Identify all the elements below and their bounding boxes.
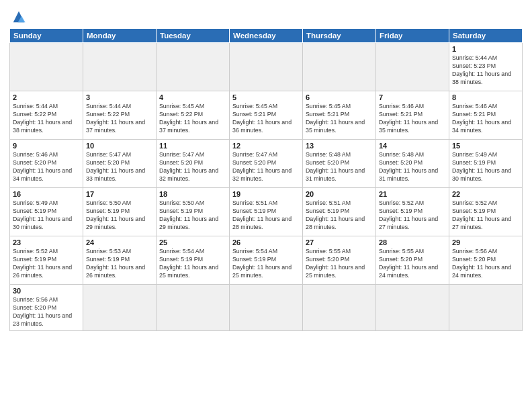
calendar-cell: 18Sunrise: 5:50 AMSunset: 5:19 PMDayligh… [157,188,230,236]
cell-info: Sunrise: 5:45 AMSunset: 5:21 PMDaylight:… [232,103,300,135]
calendar-week-5: 30Sunrise: 5:56 AMSunset: 5:20 PMDayligh… [10,285,523,331]
day-number: 28 [379,238,446,246]
cell-info: Sunrise: 5:45 AMSunset: 5:21 PMDaylight:… [306,103,373,135]
cell-info: Sunrise: 5:47 AMSunset: 5:20 PMDaylight:… [232,151,300,183]
cell-info: Sunrise: 5:44 AMSunset: 5:23 PMDaylight:… [452,54,519,87]
day-number: 23 [13,238,80,246]
cell-info: Sunrise: 5:55 AMSunset: 5:20 PMDaylight:… [379,248,446,280]
cell-info: Sunrise: 5:50 AMSunset: 5:19 PMDaylight:… [86,199,153,232]
calendar-cell: 7Sunrise: 5:46 AMSunset: 5:21 PMDaylight… [376,91,449,140]
calendar-cell [230,285,303,331]
day-number: 12 [232,142,300,150]
day-number: 27 [306,238,373,246]
calendar-cell: 29Sunrise: 5:56 AMSunset: 5:20 PMDayligh… [449,236,523,285]
calendar-cell [230,43,303,91]
cell-info: Sunrise: 5:56 AMSunset: 5:20 PMDaylight:… [452,248,519,280]
day-header-wednesday: Wednesday [230,29,303,43]
calendar-cell: 21Sunrise: 5:52 AMSunset: 5:19 PMDayligh… [376,188,449,236]
day-header-saturday: Saturday [449,29,523,43]
cell-info: Sunrise: 5:54 AMSunset: 5:19 PMDaylight:… [232,248,300,280]
calendar-cell [303,285,376,331]
cell-info: Sunrise: 5:48 AMSunset: 5:20 PMDaylight:… [306,151,373,183]
calendar-week-3: 16Sunrise: 5:49 AMSunset: 5:19 PMDayligh… [10,188,523,236]
calendar-cell: 17Sunrise: 5:50 AMSunset: 5:19 PMDayligh… [83,188,157,236]
day-number: 4 [159,93,226,101]
cell-info: Sunrise: 5:55 AMSunset: 5:20 PMDaylight:… [306,248,373,280]
cell-info: Sunrise: 5:44 AMSunset: 5:22 PMDaylight:… [13,103,80,135]
calendar-week-2: 9Sunrise: 5:46 AMSunset: 5:20 PMDaylight… [10,140,523,188]
cell-info: Sunrise: 5:45 AMSunset: 5:22 PMDaylight:… [159,103,226,135]
day-number: 10 [86,142,153,150]
day-number: 19 [232,190,300,198]
cell-info: Sunrise: 5:46 AMSunset: 5:20 PMDaylight:… [13,151,80,183]
cell-info: Sunrise: 5:53 AMSunset: 5:19 PMDaylight:… [86,248,153,280]
day-number: 15 [452,142,519,150]
day-number: 18 [159,190,226,198]
calendar-cell: 11Sunrise: 5:47 AMSunset: 5:20 PMDayligh… [157,140,230,188]
day-number: 2 [13,93,80,101]
calendar-cell: 4Sunrise: 5:45 AMSunset: 5:22 PMDaylight… [157,91,230,140]
calendar-week-0: 1Sunrise: 5:44 AMSunset: 5:23 PMDaylight… [10,43,523,91]
calendar-cell [83,285,157,331]
calendar-cell: 8Sunrise: 5:46 AMSunset: 5:21 PMDaylight… [449,91,523,140]
day-number: 29 [452,238,519,246]
day-header-tuesday: Tuesday [157,29,230,43]
calendar-cell [157,285,230,331]
day-header-sunday: Sunday [10,29,83,43]
cell-info: Sunrise: 5:44 AMSunset: 5:22 PMDaylight:… [86,103,153,135]
cell-info: Sunrise: 5:52 AMSunset: 5:19 PMDaylight:… [13,248,80,280]
calendar-cell [449,285,523,331]
day-number: 6 [306,93,373,101]
calendar-cell: 16Sunrise: 5:49 AMSunset: 5:19 PMDayligh… [10,188,83,236]
day-number: 30 [13,287,80,295]
cell-info: Sunrise: 5:49 AMSunset: 5:19 PMDaylight:… [13,199,80,232]
day-number: 14 [379,142,446,150]
page: SundayMondayTuesdayWednesdayThursdayFrid… [0,0,532,411]
calendar-cell: 14Sunrise: 5:48 AMSunset: 5:20 PMDayligh… [376,140,449,188]
cell-info: Sunrise: 5:54 AMSunset: 5:19 PMDaylight:… [159,248,226,280]
day-number: 26 [232,238,300,246]
day-number: 8 [452,93,519,101]
calendar-cell: 19Sunrise: 5:51 AMSunset: 5:19 PMDayligh… [230,188,303,236]
day-number: 1 [452,45,519,53]
logo-icon [9,9,28,24]
calendar-cell: 25Sunrise: 5:54 AMSunset: 5:19 PMDayligh… [157,236,230,285]
day-number: 3 [86,93,153,101]
calendar-week-4: 23Sunrise: 5:52 AMSunset: 5:19 PMDayligh… [10,236,523,285]
calendar-cell: 10Sunrise: 5:47 AMSunset: 5:20 PMDayligh… [83,140,157,188]
calendar-cell: 13Sunrise: 5:48 AMSunset: 5:20 PMDayligh… [303,140,376,188]
calendar-cell [376,285,449,331]
cell-info: Sunrise: 5:50 AMSunset: 5:19 PMDaylight:… [159,199,226,232]
cell-info: Sunrise: 5:51 AMSunset: 5:19 PMDaylight:… [306,199,373,232]
cell-info: Sunrise: 5:52 AMSunset: 5:19 PMDaylight:… [379,199,446,232]
calendar-cell: 22Sunrise: 5:52 AMSunset: 5:19 PMDayligh… [449,188,523,236]
day-header-monday: Monday [83,29,157,43]
calendar-cell: 28Sunrise: 5:55 AMSunset: 5:20 PMDayligh… [376,236,449,285]
day-number: 5 [232,93,300,101]
cell-info: Sunrise: 5:51 AMSunset: 5:19 PMDaylight:… [232,199,300,232]
calendar-cell [83,43,157,91]
calendar-cell: 15Sunrise: 5:49 AMSunset: 5:19 PMDayligh… [449,140,523,188]
logo [9,9,31,24]
day-header-friday: Friday [376,29,449,43]
calendar-week-1: 2Sunrise: 5:44 AMSunset: 5:22 PMDaylight… [10,91,523,140]
calendar-header-row: SundayMondayTuesdayWednesdayThursdayFrid… [10,29,523,43]
day-number: 22 [452,190,519,198]
calendar-cell: 20Sunrise: 5:51 AMSunset: 5:19 PMDayligh… [303,188,376,236]
calendar-cell: 27Sunrise: 5:55 AMSunset: 5:20 PMDayligh… [303,236,376,285]
day-number: 11 [159,142,226,150]
cell-info: Sunrise: 5:47 AMSunset: 5:20 PMDaylight:… [86,151,153,183]
calendar-cell: 12Sunrise: 5:47 AMSunset: 5:20 PMDayligh… [230,140,303,188]
day-number: 16 [13,190,80,198]
day-number: 24 [86,238,153,246]
calendar-cell: 26Sunrise: 5:54 AMSunset: 5:19 PMDayligh… [230,236,303,285]
day-number: 7 [379,93,446,101]
calendar: SundayMondayTuesdayWednesdayThursdayFrid… [9,28,523,331]
calendar-cell: 1Sunrise: 5:44 AMSunset: 5:23 PMDaylight… [449,43,523,91]
day-number: 17 [86,190,153,198]
header [9,7,523,24]
calendar-cell [157,43,230,91]
day-number: 20 [306,190,373,198]
day-number: 13 [306,142,373,150]
calendar-cell [303,43,376,91]
